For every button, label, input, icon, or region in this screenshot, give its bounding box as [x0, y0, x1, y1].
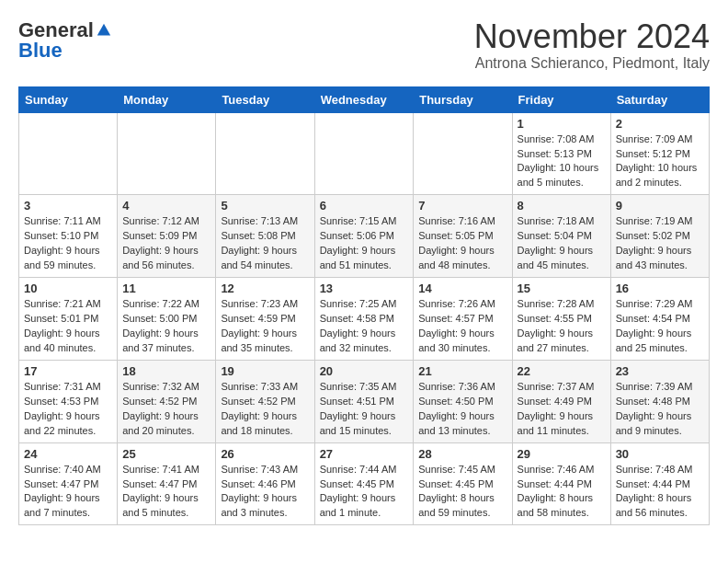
month-title: November 2024: [474, 18, 710, 55]
day-info: Sunrise: 7:28 AM Sunset: 4:55 PM Dayligh…: [518, 297, 606, 356]
day-info: Sunrise: 7:40 AM Sunset: 4:47 PM Dayligh…: [24, 463, 112, 522]
day-number: 17: [24, 364, 112, 378]
day-info: Sunrise: 7:15 AM Sunset: 5:06 PM Dayligh…: [320, 214, 409, 273]
table-row: 7Sunrise: 7:16 AM Sunset: 5:05 PM Daylig…: [414, 195, 512, 278]
day-info: Sunrise: 7:46 AM Sunset: 4:44 PM Dayligh…: [518, 463, 606, 522]
table-row: 29Sunrise: 7:46 AM Sunset: 4:44 PM Dayli…: [512, 442, 610, 525]
header: General Blue November 2024 Antrona Schie…: [18, 18, 710, 72]
table-row: 3Sunrise: 7:11 AM Sunset: 5:10 PM Daylig…: [19, 195, 118, 278]
day-info: Sunrise: 7:12 AM Sunset: 5:09 PM Dayligh…: [122, 214, 210, 273]
calendar-week-1: 1Sunrise: 7:08 AM Sunset: 5:13 PM Daylig…: [19, 112, 710, 195]
table-row: 18Sunrise: 7:32 AM Sunset: 4:52 PM Dayli…: [118, 360, 216, 442]
table-row: 8Sunrise: 7:18 AM Sunset: 5:04 PM Daylig…: [512, 195, 610, 278]
day-info: Sunrise: 7:43 AM Sunset: 4:46 PM Dayligh…: [221, 463, 309, 522]
day-info: Sunrise: 7:22 AM Sunset: 5:00 PM Dayligh…: [122, 297, 210, 356]
day-number: 20: [320, 364, 409, 378]
table-row: 4Sunrise: 7:12 AM Sunset: 5:09 PM Daylig…: [118, 195, 216, 278]
day-number: 1: [518, 117, 606, 131]
day-number: 30: [616, 447, 704, 461]
table-row: 12Sunrise: 7:23 AM Sunset: 4:59 PM Dayli…: [216, 278, 314, 361]
table-row: 30Sunrise: 7:48 AM Sunset: 4:44 PM Dayli…: [610, 442, 709, 525]
logo: General Blue: [18, 18, 112, 63]
day-number: 25: [122, 447, 210, 461]
day-info: Sunrise: 7:23 AM Sunset: 4:59 PM Dayligh…: [221, 297, 309, 356]
header-wednesday: Wednesday: [314, 86, 414, 112]
day-number: 9: [616, 199, 704, 213]
day-info: Sunrise: 7:41 AM Sunset: 4:47 PM Dayligh…: [122, 463, 210, 522]
day-info: Sunrise: 7:44 AM Sunset: 4:45 PM Dayligh…: [320, 463, 409, 522]
table-row: 28Sunrise: 7:45 AM Sunset: 4:45 PM Dayli…: [414, 442, 512, 525]
calendar-table: Sunday Monday Tuesday Wednesday Thursday…: [18, 86, 710, 526]
day-info: Sunrise: 7:37 AM Sunset: 4:49 PM Dayligh…: [518, 380, 606, 439]
logo-icon: [96, 22, 112, 39]
day-info: Sunrise: 7:39 AM Sunset: 4:48 PM Dayligh…: [616, 380, 704, 439]
table-row: 27Sunrise: 7:44 AM Sunset: 4:45 PM Dayli…: [314, 442, 414, 525]
page-wrapper: General Blue November 2024 Antrona Schie…: [18, 18, 710, 525]
table-row: 22Sunrise: 7:37 AM Sunset: 4:49 PM Dayli…: [512, 360, 610, 442]
calendar-week-3: 10Sunrise: 7:21 AM Sunset: 5:01 PM Dayli…: [19, 278, 710, 361]
table-row: [414, 112, 512, 195]
day-number: 19: [221, 364, 309, 378]
day-info: Sunrise: 7:45 AM Sunset: 4:45 PM Dayligh…: [418, 463, 506, 522]
day-number: 7: [418, 199, 506, 213]
table-row: 19Sunrise: 7:33 AM Sunset: 4:52 PM Dayli…: [216, 360, 314, 442]
day-info: Sunrise: 7:33 AM Sunset: 4:52 PM Dayligh…: [221, 380, 309, 439]
table-row: 10Sunrise: 7:21 AM Sunset: 5:01 PM Dayli…: [19, 278, 118, 361]
day-info: Sunrise: 7:18 AM Sunset: 5:04 PM Dayligh…: [518, 214, 606, 273]
day-number: 14: [418, 282, 506, 295]
table-row: 23Sunrise: 7:39 AM Sunset: 4:48 PM Dayli…: [610, 360, 709, 442]
logo-blue-text: Blue: [18, 39, 63, 63]
header-sunday: Sunday: [19, 86, 118, 112]
day-info: Sunrise: 7:11 AM Sunset: 5:10 PM Dayligh…: [24, 214, 112, 273]
day-number: 23: [616, 364, 704, 378]
day-info: Sunrise: 7:32 AM Sunset: 4:52 PM Dayligh…: [122, 380, 210, 439]
title-section: November 2024 Antrona Schieranco, Piedmo…: [474, 18, 710, 72]
day-info: Sunrise: 7:36 AM Sunset: 4:50 PM Dayligh…: [418, 380, 506, 439]
day-number: 18: [122, 364, 210, 378]
day-number: 27: [320, 447, 409, 461]
table-row: [19, 112, 118, 195]
table-row: 1Sunrise: 7:08 AM Sunset: 5:13 PM Daylig…: [512, 112, 610, 195]
table-row: [314, 112, 414, 195]
table-row: 9Sunrise: 7:19 AM Sunset: 5:02 PM Daylig…: [610, 195, 709, 278]
day-number: 28: [418, 447, 506, 461]
day-number: 22: [518, 364, 606, 378]
day-info: Sunrise: 7:25 AM Sunset: 4:58 PM Dayligh…: [320, 297, 409, 356]
calendar-week-5: 24Sunrise: 7:40 AM Sunset: 4:47 PM Dayli…: [19, 442, 710, 525]
table-row: 5Sunrise: 7:13 AM Sunset: 5:08 PM Daylig…: [216, 195, 314, 278]
table-row: 6Sunrise: 7:15 AM Sunset: 5:06 PM Daylig…: [314, 195, 414, 278]
day-info: Sunrise: 7:29 AM Sunset: 4:54 PM Dayligh…: [616, 297, 704, 356]
day-info: Sunrise: 7:19 AM Sunset: 5:02 PM Dayligh…: [616, 214, 704, 273]
calendar-week-2: 3Sunrise: 7:11 AM Sunset: 5:10 PM Daylig…: [19, 195, 710, 278]
day-info: Sunrise: 7:21 AM Sunset: 5:01 PM Dayligh…: [24, 297, 112, 356]
table-row: 15Sunrise: 7:28 AM Sunset: 4:55 PM Dayli…: [512, 278, 610, 361]
day-number: 15: [518, 282, 606, 295]
location-title: Antrona Schieranco, Piedmont, Italy: [474, 55, 710, 72]
day-info: Sunrise: 7:09 AM Sunset: 5:12 PM Dayligh…: [616, 132, 704, 191]
day-number: 8: [518, 199, 606, 213]
day-info: Sunrise: 7:48 AM Sunset: 4:44 PM Dayligh…: [616, 463, 704, 522]
day-number: 6: [320, 199, 409, 213]
day-number: 5: [221, 199, 309, 213]
calendar-header-row: Sunday Monday Tuesday Wednesday Thursday…: [19, 86, 710, 112]
table-row: 26Sunrise: 7:43 AM Sunset: 4:46 PM Dayli…: [216, 442, 314, 525]
table-row: 16Sunrise: 7:29 AM Sunset: 4:54 PM Dayli…: [610, 278, 709, 361]
table-row: 24Sunrise: 7:40 AM Sunset: 4:47 PM Dayli…: [19, 442, 118, 525]
table-row: 21Sunrise: 7:36 AM Sunset: 4:50 PM Dayli…: [414, 360, 512, 442]
table-row: 11Sunrise: 7:22 AM Sunset: 5:00 PM Dayli…: [118, 278, 216, 361]
calendar-week-4: 17Sunrise: 7:31 AM Sunset: 4:53 PM Dayli…: [19, 360, 710, 442]
table-row: [118, 112, 216, 195]
header-monday: Monday: [118, 86, 216, 112]
header-friday: Friday: [512, 86, 610, 112]
day-number: 29: [518, 447, 606, 461]
svg-marker-0: [97, 24, 110, 36]
day-number: 3: [24, 199, 112, 213]
table-row: 13Sunrise: 7:25 AM Sunset: 4:58 PM Dayli…: [314, 278, 414, 361]
day-info: Sunrise: 7:16 AM Sunset: 5:05 PM Dayligh…: [418, 214, 506, 273]
day-info: Sunrise: 7:31 AM Sunset: 4:53 PM Dayligh…: [24, 380, 112, 439]
day-number: 16: [616, 282, 704, 295]
day-number: 2: [616, 117, 704, 131]
table-row: 20Sunrise: 7:35 AM Sunset: 4:51 PM Dayli…: [314, 360, 414, 442]
table-row: [216, 112, 314, 195]
header-thursday: Thursday: [414, 86, 512, 112]
